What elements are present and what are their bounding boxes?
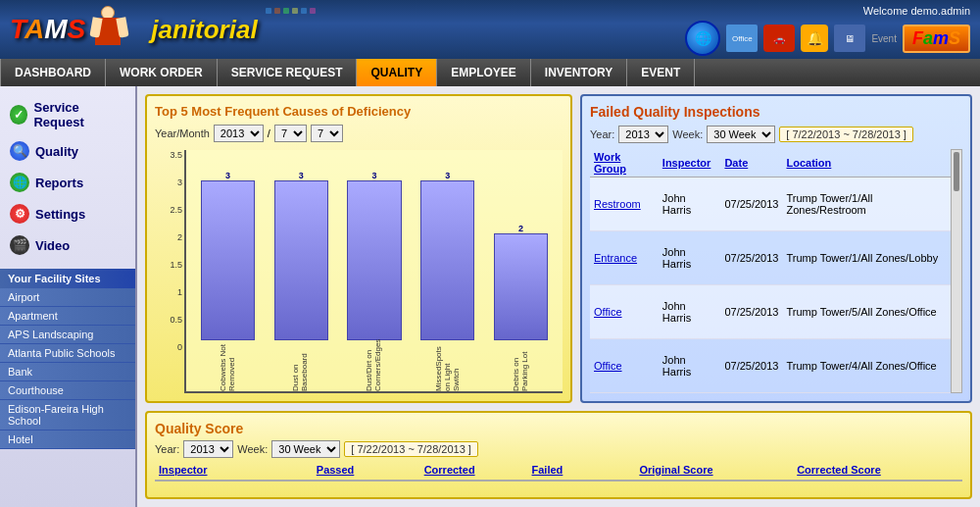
header-bg-pattern bbox=[258, 0, 686, 59]
insp-year-select[interactable]: 2013 bbox=[618, 126, 668, 143]
chart-month-select[interactable]: 7 bbox=[274, 125, 307, 142]
col-work-group[interactable]: Work Group bbox=[590, 149, 659, 177]
x-label-4: MissedSpots on Light Switch bbox=[435, 342, 461, 391]
bar-4 bbox=[420, 180, 474, 340]
chart-day-select[interactable]: 7 bbox=[311, 125, 343, 142]
chart-year-select[interactable]: 2013 bbox=[214, 125, 264, 142]
facility-airport[interactable]: Airport bbox=[0, 288, 135, 307]
facility-apartment[interactable]: Apartment bbox=[0, 307, 135, 326]
qs-col-passed[interactable]: Passed bbox=[313, 464, 420, 476]
y-label-3: 3 bbox=[155, 177, 182, 187]
year-month-label: Year/Month bbox=[155, 127, 210, 139]
sidebar-item-service-request[interactable]: ✓ Service Request bbox=[0, 94, 135, 135]
qs-col-corrected[interactable]: Corrected bbox=[420, 464, 528, 476]
qs-scrollbar-spacer bbox=[951, 464, 962, 476]
content-area: Top 5 Most Frequent Causes of Deficiency… bbox=[137, 86, 980, 507]
x-label-3: Dust/Dirt on Corners/Edges bbox=[366, 342, 383, 391]
nav-quality[interactable]: QUALITY bbox=[357, 59, 437, 86]
inspections-panel: Failed Quality Inspections Year: 2013 We… bbox=[580, 94, 972, 403]
row2-location: Trump Tower/1/All Zones/Lobby bbox=[782, 231, 951, 285]
y-label-3-5: 3.5 bbox=[155, 150, 182, 160]
insp-week-select[interactable]: 30 Week bbox=[707, 126, 775, 143]
sidebar-item-settings[interactable]: ⚙ Settings bbox=[0, 198, 135, 229]
sidebar-label-quality: Quality bbox=[35, 144, 78, 159]
insp-date-range: [ 7/22/2013 ~ 7/28/2013 ] bbox=[779, 127, 913, 142]
slash-separator: / bbox=[268, 127, 270, 139]
inspections-controls: Year: 2013 Week: 30 Week [ 7/22/2013 ~ 7… bbox=[590, 126, 962, 143]
row4-date: 07/25/2013 bbox=[720, 339, 782, 393]
nav-service-request[interactable]: SERVICE REQUEST bbox=[218, 59, 358, 86]
office-icon[interactable]: Office bbox=[726, 25, 758, 52]
x-label-2-container: Dust on Baseboard bbox=[268, 342, 335, 391]
facility-edison-fareira[interactable]: Edison-Fareira High School bbox=[0, 400, 135, 431]
janitorial-logo: janitorial bbox=[151, 15, 257, 45]
row2-work-group[interactable]: Entrance bbox=[594, 252, 637, 264]
row1-work-group[interactable]: Restroom bbox=[594, 198, 641, 210]
nav-employee[interactable]: EMPLOYEE bbox=[437, 59, 531, 86]
facility-hotel[interactable]: Hotel bbox=[0, 431, 135, 449]
qs-col-inspector[interactable]: Inspector bbox=[155, 464, 313, 476]
col-location[interactable]: Location bbox=[782, 149, 951, 177]
fams-logo-container: FamS bbox=[903, 25, 970, 53]
row3-work-group[interactable]: Office bbox=[594, 306, 622, 318]
facility-bank[interactable]: Bank bbox=[0, 363, 135, 381]
bar-chart-container: 3.5 3 2.5 2 1.5 1 0.5 0 bbox=[155, 150, 563, 393]
row3-location: Trump Tower/5/All Zones/Office bbox=[782, 285, 951, 339]
bell-icon[interactable]: 🔔 bbox=[801, 25, 828, 52]
y-axis: 3.5 3 2.5 2 1.5 1 0.5 0 bbox=[155, 150, 182, 352]
row4-inspector: John Harris bbox=[659, 339, 721, 393]
row4-work-group[interactable]: Office bbox=[594, 360, 622, 372]
bar-group-1: 3 bbox=[194, 154, 262, 340]
facility-aps-landscaping[interactable]: APS Landscaping bbox=[0, 326, 135, 344]
table-row: Entrance John Harris 07/25/2013 Trump To… bbox=[590, 231, 951, 285]
col-date[interactable]: Date bbox=[720, 149, 782, 177]
table-scrollbar[interactable] bbox=[951, 149, 962, 393]
qs-col-failed[interactable]: Failed bbox=[528, 464, 636, 476]
facility-courthouse[interactable]: Courthouse bbox=[0, 381, 135, 400]
header-icons-row: 🌐 Office 🚗 🔔 🖥 Event FamS bbox=[685, 21, 970, 56]
main-container: ✓ Service Request 🔍 Quality 🌐 Reports ⚙ … bbox=[0, 86, 980, 507]
qs-col-original-score[interactable]: Original Score bbox=[635, 464, 793, 476]
sidebar-item-video[interactable]: 🎬 Video bbox=[0, 229, 135, 261]
facility-atlanta-public-schools[interactable]: Atlanta Public Schools bbox=[0, 344, 135, 363]
insp-table-container: Work Group Inspector Date Location Restr… bbox=[590, 149, 962, 393]
row3-inspector: John Harris bbox=[659, 285, 721, 339]
header-right: Welcome demo.admin 🌐 Office 🚗 🔔 🖥 Event … bbox=[685, 3, 970, 56]
insp-year-label: Year: bbox=[590, 128, 614, 140]
table-row: Restroom John Harris 07/25/2013 Trump To… bbox=[590, 177, 951, 231]
bar-3 bbox=[347, 180, 401, 340]
main-nav: DASHBOARD WORK ORDER SERVICE REQUEST QUA… bbox=[0, 59, 980, 86]
nav-work-order[interactable]: WORK ORDER bbox=[106, 59, 218, 86]
car-icon[interactable]: 🚗 bbox=[763, 25, 795, 52]
nav-inventory[interactable]: INVENTORY bbox=[531, 59, 627, 86]
x-label-3-container: Dust/Dirt on Corners/Edges bbox=[341, 342, 409, 391]
gear-icon: ⚙ bbox=[10, 204, 29, 224]
qs-col-corrected-score[interactable]: Corrected Score bbox=[793, 464, 951, 476]
y-label-2: 2 bbox=[155, 232, 182, 242]
bar-group-2: 3 bbox=[268, 154, 335, 340]
film-icon: 🎬 bbox=[10, 235, 29, 255]
globe-icon[interactable]: 🌐 bbox=[685, 21, 720, 56]
qs-week-select[interactable]: 30 Week bbox=[271, 440, 340, 458]
chart-panel: Top 5 Most Frequent Causes of Deficiency… bbox=[145, 94, 572, 403]
sidebar-label-settings: Settings bbox=[35, 207, 85, 222]
row1-date: 07/25/2013 bbox=[720, 177, 782, 231]
sidebar: ✓ Service Request 🔍 Quality 🌐 Reports ⚙ … bbox=[0, 86, 137, 507]
row4-location: Trump Tower/4/All Zones/Office bbox=[782, 339, 951, 393]
person-silhouette bbox=[87, 4, 131, 55]
y-label-0-5: 0.5 bbox=[155, 315, 182, 325]
nav-event[interactable]: EVENT bbox=[627, 59, 695, 86]
qs-controls: Year: 2013 Week: 30 Week [ 7/22/2013 ~ 7… bbox=[155, 440, 962, 458]
monitor-icon[interactable]: 🖥 bbox=[834, 25, 865, 52]
event-label: Event bbox=[871, 33, 897, 44]
sidebar-item-quality[interactable]: 🔍 Quality bbox=[0, 135, 135, 167]
inspections-title: Failed Quality Inspections bbox=[590, 104, 962, 120]
sidebar-item-reports[interactable]: 🌐 Reports bbox=[0, 167, 135, 198]
fams-text: FamS bbox=[912, 28, 960, 48]
bar-1 bbox=[201, 180, 255, 340]
qs-year-select[interactable]: 2013 bbox=[183, 440, 233, 458]
col-inspector[interactable]: Inspector bbox=[659, 149, 721, 177]
bar-group-4: 3 bbox=[414, 154, 481, 340]
x-label-1-container: Cobwebs Not Removed bbox=[194, 342, 262, 391]
nav-dashboard[interactable]: DASHBOARD bbox=[0, 59, 106, 86]
